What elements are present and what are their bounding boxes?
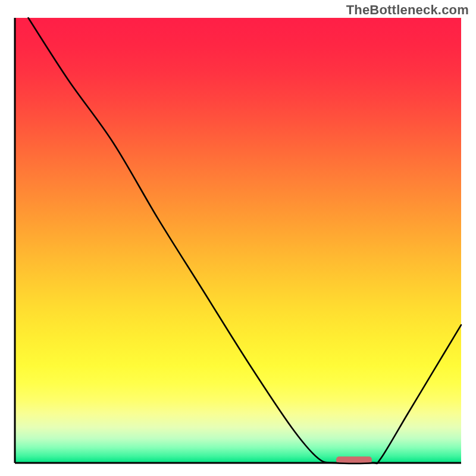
chart-svg [0, 0, 476, 476]
attribution-watermark: TheBottleneck.com [346, 2, 469, 18]
plot-background [15, 18, 461, 463]
bottleneck-chart: TheBottleneck.com [0, 0, 476, 476]
